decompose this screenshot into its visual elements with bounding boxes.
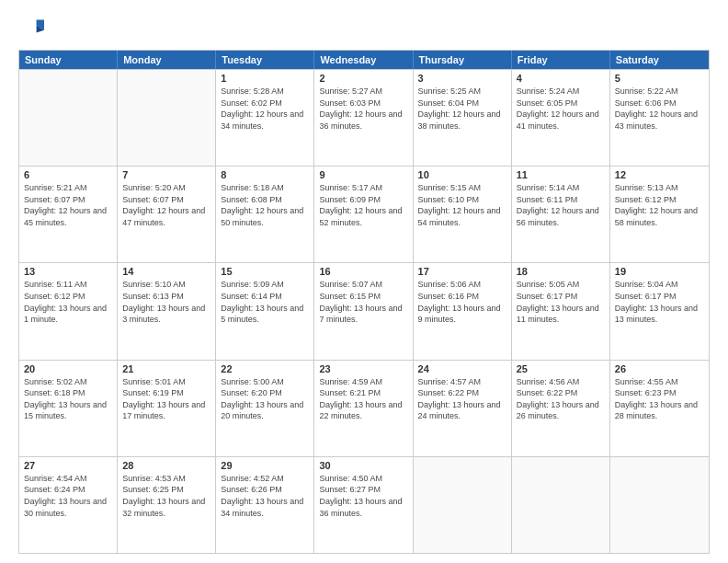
calendar-header-saturday: Saturday (610, 51, 709, 69)
day-number: 19 (615, 266, 704, 277)
calendar-header-thursday: Thursday (414, 51, 512, 69)
day-info: Sunrise: 5:11 AMSunset: 6:12 PMDaylight:… (24, 279, 112, 325)
table-row: 18Sunrise: 5:05 AMSunset: 6:17 PMDayligh… (512, 263, 610, 359)
day-info: Sunrise: 5:09 AMSunset: 6:14 PMDaylight:… (221, 279, 309, 325)
day-info: Sunrise: 4:56 AMSunset: 6:22 PMDaylight:… (517, 376, 605, 422)
calendar-header-tuesday: Tuesday (216, 51, 314, 69)
table-row: 4Sunrise: 5:24 AMSunset: 6:05 PMDaylight… (512, 70, 610, 166)
day-info: Sunrise: 4:59 AMSunset: 6:21 PMDaylight:… (319, 376, 407, 422)
table-row (512, 457, 610, 553)
table-row: 19Sunrise: 5:04 AMSunset: 6:17 PMDayligh… (610, 263, 709, 359)
day-number: 27 (24, 460, 112, 471)
table-row: 8Sunrise: 5:18 AMSunset: 6:08 PMDaylight… (216, 167, 314, 262)
table-row: 27Sunrise: 4:54 AMSunset: 6:24 PMDayligh… (19, 457, 118, 553)
table-row: 3Sunrise: 5:25 AMSunset: 6:04 PMDaylight… (414, 70, 512, 166)
day-number: 9 (319, 169, 407, 180)
calendar-week-1: 1Sunrise: 5:28 AMSunset: 6:02 PMDaylight… (19, 69, 709, 166)
calendar-body: 1Sunrise: 5:28 AMSunset: 6:02 PMDaylight… (19, 69, 709, 553)
table-row (610, 457, 709, 553)
day-info: Sunrise: 4:53 AMSunset: 6:25 PMDaylight:… (122, 473, 210, 519)
day-number: 12 (615, 169, 704, 180)
day-info: Sunrise: 4:52 AMSunset: 6:26 PMDaylight:… (221, 473, 309, 519)
day-number: 18 (517, 266, 605, 277)
table-row: 7Sunrise: 5:20 AMSunset: 6:07 PMDaylight… (118, 167, 216, 262)
day-number: 17 (418, 266, 506, 277)
table-row (414, 457, 512, 553)
day-number: 21 (122, 363, 210, 374)
table-row: 24Sunrise: 4:57 AMSunset: 6:22 PMDayligh… (414, 361, 512, 456)
calendar: SundayMondayTuesdayWednesdayThursdayFrid… (18, 50, 710, 554)
table-row (118, 70, 216, 166)
day-info: Sunrise: 5:17 AMSunset: 6:09 PMDaylight:… (319, 182, 407, 228)
day-number: 11 (517, 169, 605, 180)
day-info: Sunrise: 4:55 AMSunset: 6:23 PMDaylight:… (615, 376, 704, 422)
table-row: 29Sunrise: 4:52 AMSunset: 6:26 PMDayligh… (216, 457, 314, 553)
day-info: Sunrise: 5:07 AMSunset: 6:15 PMDaylight:… (319, 279, 407, 325)
table-row: 28Sunrise: 4:53 AMSunset: 6:25 PMDayligh… (118, 457, 216, 553)
day-info: Sunrise: 5:18 AMSunset: 6:08 PMDaylight:… (221, 182, 309, 228)
logo-icon (18, 15, 44, 40)
day-number: 28 (122, 460, 210, 471)
day-number: 15 (221, 266, 309, 277)
day-number: 24 (418, 363, 506, 374)
table-row: 23Sunrise: 4:59 AMSunset: 6:21 PMDayligh… (314, 361, 413, 456)
table-row: 11Sunrise: 5:14 AMSunset: 6:11 PMDayligh… (512, 167, 610, 262)
calendar-header-sunday: Sunday (19, 51, 118, 69)
day-number: 10 (418, 169, 506, 180)
table-row: 26Sunrise: 4:55 AMSunset: 6:23 PMDayligh… (610, 361, 709, 456)
day-number: 29 (221, 460, 309, 471)
day-number: 23 (319, 363, 407, 374)
calendar-header-wednesday: Wednesday (314, 51, 413, 69)
day-number: 7 (122, 169, 210, 180)
table-row: 25Sunrise: 4:56 AMSunset: 6:22 PMDayligh… (512, 361, 610, 456)
day-number: 6 (24, 169, 112, 180)
table-row: 16Sunrise: 5:07 AMSunset: 6:15 PMDayligh… (314, 263, 413, 359)
table-row: 9Sunrise: 5:17 AMSunset: 6:09 PMDaylight… (314, 167, 413, 262)
day-number: 16 (319, 266, 407, 277)
table-row: 6Sunrise: 5:21 AMSunset: 6:07 PMDaylight… (19, 167, 118, 262)
table-row: 1Sunrise: 5:28 AMSunset: 6:02 PMDaylight… (216, 70, 314, 166)
day-info: Sunrise: 5:25 AMSunset: 6:04 PMDaylight:… (418, 86, 506, 132)
calendar-week-3: 13Sunrise: 5:11 AMSunset: 6:12 PMDayligh… (19, 262, 709, 359)
table-row: 5Sunrise: 5:22 AMSunset: 6:06 PMDaylight… (610, 70, 709, 166)
day-number: 14 (122, 266, 210, 277)
day-number: 1 (221, 73, 309, 84)
day-info: Sunrise: 4:54 AMSunset: 6:24 PMDaylight:… (24, 473, 112, 519)
calendar-header-friday: Friday (512, 51, 610, 69)
day-number: 13 (24, 266, 112, 277)
day-info: Sunrise: 4:50 AMSunset: 6:27 PMDaylight:… (319, 473, 407, 519)
calendar-header-monday: Monday (118, 51, 216, 69)
day-info: Sunrise: 5:14 AMSunset: 6:11 PMDaylight:… (517, 182, 605, 228)
table-row (19, 70, 118, 166)
day-info: Sunrise: 5:27 AMSunset: 6:03 PMDaylight:… (319, 86, 407, 132)
calendar-week-2: 6Sunrise: 5:21 AMSunset: 6:07 PMDaylight… (19, 166, 709, 262)
day-number: 25 (517, 363, 605, 374)
day-info: Sunrise: 5:10 AMSunset: 6:13 PMDaylight:… (122, 279, 210, 325)
calendar-week-4: 20Sunrise: 5:02 AMSunset: 6:18 PMDayligh… (19, 360, 709, 456)
day-info: Sunrise: 5:24 AMSunset: 6:05 PMDaylight:… (517, 86, 605, 132)
day-info: Sunrise: 5:02 AMSunset: 6:18 PMDaylight:… (24, 376, 112, 422)
day-number: 3 (418, 73, 506, 84)
day-number: 26 (615, 363, 704, 374)
day-number: 2 (319, 73, 407, 84)
table-row: 20Sunrise: 5:02 AMSunset: 6:18 PMDayligh… (19, 361, 118, 456)
day-info: Sunrise: 5:13 AMSunset: 6:12 PMDaylight:… (615, 182, 704, 228)
day-info: Sunrise: 5:28 AMSunset: 6:02 PMDaylight:… (221, 86, 309, 132)
day-info: Sunrise: 5:01 AMSunset: 6:19 PMDaylight:… (122, 376, 210, 422)
day-number: 20 (24, 363, 112, 374)
calendar-header: SundayMondayTuesdayWednesdayThursdayFrid… (19, 51, 709, 69)
table-row: 30Sunrise: 4:50 AMSunset: 6:27 PMDayligh… (314, 457, 413, 553)
day-info: Sunrise: 5:21 AMSunset: 6:07 PMDaylight:… (24, 182, 112, 228)
day-info: Sunrise: 5:00 AMSunset: 6:20 PMDaylight:… (221, 376, 309, 422)
table-row: 12Sunrise: 5:13 AMSunset: 6:12 PMDayligh… (610, 167, 709, 262)
table-row: 22Sunrise: 5:00 AMSunset: 6:20 PMDayligh… (216, 361, 314, 456)
day-info: Sunrise: 5:05 AMSunset: 6:17 PMDaylight:… (517, 279, 605, 325)
day-info: Sunrise: 5:06 AMSunset: 6:16 PMDaylight:… (418, 279, 506, 325)
day-number: 22 (221, 363, 309, 374)
day-info: Sunrise: 5:15 AMSunset: 6:10 PMDaylight:… (418, 182, 506, 228)
day-info: Sunrise: 5:22 AMSunset: 6:06 PMDaylight:… (615, 86, 704, 132)
day-number: 5 (615, 73, 704, 84)
table-row: 14Sunrise: 5:10 AMSunset: 6:13 PMDayligh… (118, 263, 216, 359)
table-row: 2Sunrise: 5:27 AMSunset: 6:03 PMDaylight… (314, 70, 413, 166)
day-number: 30 (319, 460, 407, 471)
